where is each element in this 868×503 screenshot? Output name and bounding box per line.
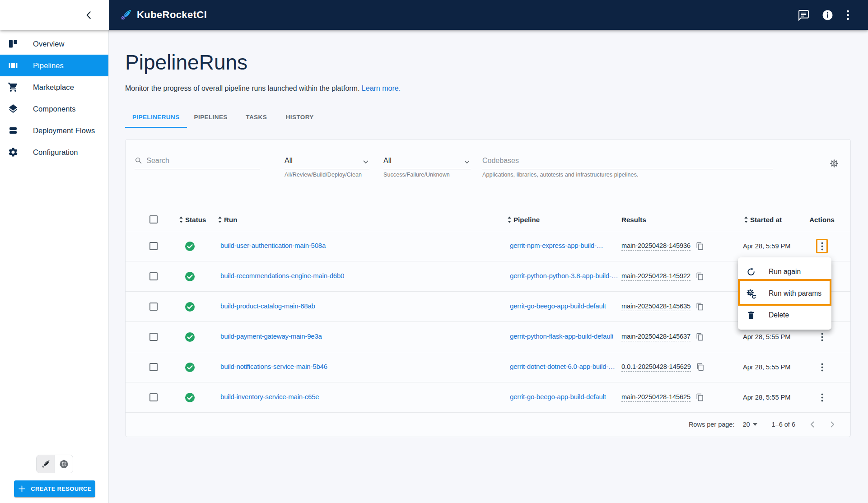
- pagination-range: 1–6 of 6: [772, 421, 795, 428]
- rows-per-page-select[interactable]: 20: [742, 421, 757, 428]
- status-filter-select[interactable]: All Success/Failure/Unknown: [383, 150, 471, 178]
- row-actions-button[interactable]: [818, 391, 826, 404]
- column-header-run: Run: [224, 216, 237, 224]
- table-settings-button[interactable]: [829, 158, 840, 169]
- row-checkbox[interactable]: [149, 363, 158, 371]
- row-actions-button[interactable]: [818, 331, 826, 343]
- run-link[interactable]: build-product-catalog-main-68ab: [220, 302, 315, 310]
- pipeline-link[interactable]: gerrit-npm-express-app-build-…: [510, 242, 603, 249]
- appbar-main: KubeRocketCI: [109, 0, 868, 30]
- sidebar-collapse-button[interactable]: [83, 9, 94, 20]
- run-link[interactable]: build-payment-gateway-main-9e3a: [220, 332, 322, 340]
- sidebar-item-configuration[interactable]: Configuration: [0, 141, 108, 163]
- sidebar-item-components[interactable]: Components: [0, 98, 108, 120]
- result-value[interactable]: main-20250428-145936: [621, 242, 691, 251]
- sort-by-run[interactable]: Run: [218, 216, 507, 224]
- info-button[interactable]: [822, 9, 833, 21]
- row-checkbox[interactable]: [149, 393, 158, 401]
- menu-item-delete[interactable]: Delete: [738, 304, 831, 326]
- feedback-button[interactable]: [798, 9, 809, 21]
- copy-result-button[interactable]: [696, 333, 704, 341]
- rocket-feather-logo-icon: [120, 9, 132, 21]
- result-value[interactable]: main-20250428-145637: [621, 333, 691, 341]
- deployment-flows-icon: [8, 125, 19, 136]
- started-at-value: Apr 28, 5:55 PM: [740, 363, 808, 371]
- run-link[interactable]: build-notifications-service-main-5b46: [220, 363, 327, 370]
- components-icon: [8, 103, 19, 114]
- copy-result-button[interactable]: [696, 393, 704, 401]
- menu-item-run-with-params[interactable]: Run with params: [738, 283, 831, 304]
- kubernetes-icon: [59, 459, 69, 469]
- pipeline-link[interactable]: gerrit-go-beego-app-build-default: [510, 302, 606, 310]
- row-checkbox[interactable]: [149, 333, 158, 341]
- sidebar-item-deployment-flows[interactable]: Deployment Flows: [0, 120, 108, 141]
- chevron-left-icon: [86, 11, 91, 19]
- tab-history[interactable]: HISTORY: [278, 107, 322, 127]
- appbar-more-button[interactable]: [846, 9, 850, 21]
- sort-by-pipeline[interactable]: Pipeline: [507, 216, 619, 224]
- chat-icon: [798, 9, 809, 21]
- copy-icon: [696, 272, 704, 280]
- search-field: [135, 150, 260, 169]
- row-actions-button[interactable]: [818, 240, 826, 252]
- row-checkbox[interactable]: [149, 242, 158, 250]
- row-checkbox[interactable]: [149, 272, 158, 280]
- rows-per-page-value: 20: [742, 421, 750, 428]
- sidebar-nav: Overview Pipelines Marketplace Component…: [0, 33, 108, 163]
- sidebar-item-overview[interactable]: Overview: [0, 33, 108, 55]
- tab-pipelines[interactable]: PIPELINES: [187, 107, 235, 127]
- row-actions-button[interactable]: [818, 361, 826, 373]
- tab-pipelineruns[interactable]: PIPELINERUNS: [125, 107, 187, 127]
- sort-by-status[interactable]: Status: [179, 216, 206, 224]
- next-page-button[interactable]: [822, 414, 842, 435]
- sidebar-item-marketplace[interactable]: Marketplace: [0, 76, 108, 98]
- codebases-input[interactable]: [482, 157, 773, 165]
- run-link[interactable]: build-user-authentication-main-508a: [220, 242, 326, 249]
- previous-page-button[interactable]: [803, 414, 822, 435]
- brand[interactable]: KubeRocketCI: [120, 9, 207, 21]
- pipeline-link[interactable]: gerrit-python-flask-app-build-default: [510, 332, 613, 340]
- column-header-status: Status: [185, 216, 206, 224]
- type-filter-value: All: [285, 157, 293, 165]
- copy-result-button[interactable]: [696, 363, 705, 371]
- tab-tasks[interactable]: TASKS: [235, 107, 278, 127]
- create-resource-button[interactable]: CREATE RESOURCE: [14, 480, 95, 497]
- codebases-field: Applications, libraries, autotests and i…: [482, 150, 773, 178]
- search-input[interactable]: [146, 157, 260, 165]
- sidebar-item-label: Deployment Flows: [33, 126, 95, 135]
- app-bar: KubeRocketCI: [0, 0, 868, 30]
- pipelines-icon: [8, 60, 19, 71]
- settings-gear-icon: [829, 158, 839, 168]
- pipeline-link[interactable]: gerrit-go-beego-app-build-default: [510, 393, 606, 401]
- copy-result-button[interactable]: [696, 272, 704, 280]
- result-value[interactable]: main-20250428-145625: [621, 393, 691, 402]
- copy-result-button[interactable]: [696, 242, 704, 250]
- kuberocketci-toggle-button[interactable]: [37, 455, 55, 473]
- result-value[interactable]: 0.0.1-20250428-145629: [621, 363, 691, 372]
- run-link[interactable]: build-recommendations-engine-main-d6b0: [220, 272, 344, 279]
- sort-icon: [218, 216, 222, 223]
- menu-item-label: Run with params: [769, 289, 821, 298]
- select-all-checkbox[interactable]: [149, 215, 158, 224]
- result-value[interactable]: main-20250428-145922: [621, 272, 691, 281]
- sidebar-item-pipelines[interactable]: Pipelines: [0, 55, 108, 76]
- column-header-results: Results: [621, 216, 646, 224]
- page-subtitle-text: Monitor the progress of overall pipeline…: [125, 84, 359, 92]
- column-header-started-at: Started at: [750, 216, 782, 224]
- kubernetes-toggle-button[interactable]: [55, 455, 73, 473]
- run-link[interactable]: build-inventory-service-main-c65e: [220, 393, 319, 401]
- row-checkbox[interactable]: [149, 303, 158, 311]
- menu-item-run-again[interactable]: Run again: [738, 261, 831, 283]
- result-value[interactable]: main-20250428-145635: [621, 303, 691, 311]
- learn-more-link[interactable]: Learn more.: [362, 84, 401, 92]
- type-filter-select[interactable]: All All/Review/Build/Deploy/Clean: [285, 150, 369, 178]
- copy-result-button[interactable]: [696, 303, 704, 311]
- pipeline-link[interactable]: gerrit-dotnet-dotnet-6.0-app-build-…: [510, 363, 615, 370]
- sidebar-item-label: Components: [33, 105, 76, 113]
- pipeline-link[interactable]: gerrit-python-python-3.8-app-build-…: [510, 272, 618, 279]
- sort-by-started-at[interactable]: Started at: [744, 216, 808, 224]
- rows-per-page-label: Rows per page:: [689, 421, 735, 428]
- info-icon: [822, 9, 833, 21]
- table-pagination: Rows per page: 20 1–6 of 6: [126, 412, 850, 437]
- sidebar: Overview Pipelines Marketplace Component…: [0, 30, 109, 503]
